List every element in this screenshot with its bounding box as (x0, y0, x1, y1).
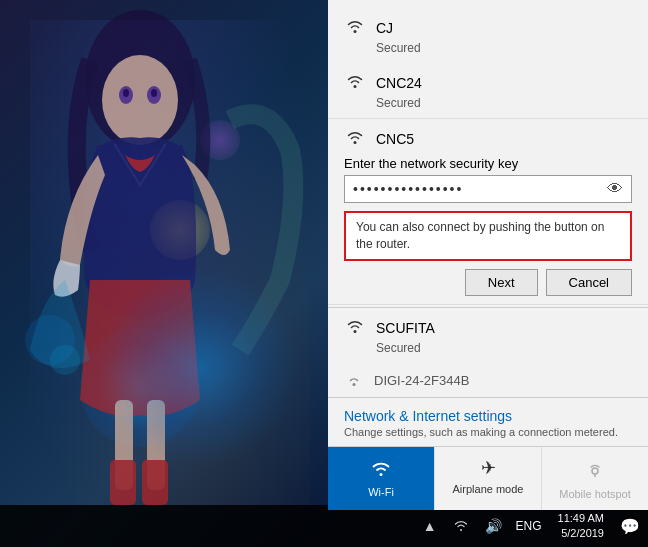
wifi-network-cnc5-expanded: CNC5 Enter the network security key 👁 Yo… (328, 118, 648, 305)
wifi-cnc24-status: Secured (344, 96, 632, 110)
wifi-signal-icon-cnc5 (344, 127, 366, 150)
wifi-quick-label: Wi-Fi (368, 486, 394, 498)
svg-point-11 (50, 345, 80, 375)
security-key-input-wrap: 👁 (344, 175, 632, 203)
wifi-quick-icon (370, 457, 392, 482)
taskbar: ▲ 🔊 ENG 11:49 AM 5/2/2019 💬 (0, 505, 648, 547)
router-hint-text: You can also connect by pushing the butt… (356, 219, 620, 253)
wifi-network-digi[interactable]: DIGI-24-2F344B (328, 363, 648, 397)
language-indicator[interactable]: ENG (512, 517, 546, 535)
hotspot-quick-label: Mobile hotspot (559, 488, 631, 500)
system-tray-arrow[interactable]: ▲ (417, 514, 443, 538)
show-password-icon[interactable]: 👁 (607, 180, 623, 198)
wifi-cj-status: Secured (344, 41, 632, 55)
wifi-bottom-section: SCUFITA Secured DIGI-24-2F344B Network &… (328, 307, 648, 510)
notification-icon[interactable]: 💬 (616, 513, 644, 540)
wifi-cnc24-name: CNC24 (376, 75, 422, 91)
wifi-network-scufita[interactable]: SCUFITA Secured (328, 308, 648, 363)
security-key-input[interactable] (353, 181, 607, 197)
anime-character (10, 0, 320, 510)
taskbar-time-value: 11:49 AM (558, 511, 604, 526)
network-settings-link[interactable]: Network & Internet settings Change setti… (328, 397, 648, 446)
quick-action-airplane[interactable]: ✈ Airplane mode (435, 447, 542, 510)
wifi-network-cnc24[interactable]: CNC24 Secured (328, 63, 648, 118)
svg-rect-9 (142, 460, 168, 505)
wifi-digi-row: DIGI-24-2F344B (344, 369, 632, 391)
volume-tray-icon[interactable]: 🔊 (479, 514, 508, 538)
taskbar-clock[interactable]: 11:49 AM 5/2/2019 (550, 509, 612, 544)
network-settings-description: Change settings, such as making a connec… (344, 426, 632, 438)
svg-point-5 (151, 89, 157, 97)
wifi-cj-name: CJ (376, 20, 393, 36)
wifi-cnc5-header: CNC5 (344, 127, 632, 150)
svg-point-1 (102, 55, 178, 145)
wifi-network-list: CJ Secured CNC24 Secured CNC5 Enter the … (328, 0, 648, 307)
taskbar-right: ▲ 🔊 ENG 11:49 AM 5/2/2019 💬 (417, 509, 648, 544)
wifi-signal-icon-digi (344, 369, 364, 391)
network-tray-icon[interactable] (447, 514, 475, 539)
quick-action-wifi[interactable]: Wi-Fi (328, 447, 435, 510)
network-settings-title: Network & Internet settings (344, 408, 632, 424)
taskbar-date-value: 5/2/2019 (558, 526, 604, 541)
cancel-button[interactable]: Cancel (546, 269, 632, 296)
next-button[interactable]: Next (465, 269, 538, 296)
wifi-cj-header: CJ (344, 16, 632, 39)
svg-rect-8 (110, 460, 136, 505)
wifi-signal-icon-cj (344, 16, 366, 39)
wifi-signal-icon-scufita (344, 316, 366, 339)
airplane-quick-icon: ✈ (481, 457, 496, 479)
svg-point-4 (123, 89, 129, 97)
wifi-button-row: Next Cancel (344, 269, 632, 296)
quick-action-hotspot[interactable]: Mobile hotspot (542, 447, 648, 510)
wifi-scufita-status: Secured (344, 341, 632, 355)
wifi-network-cj[interactable]: CJ Secured (328, 8, 648, 63)
security-key-label: Enter the network security key (344, 156, 632, 171)
router-hint-box: You can also connect by pushing the butt… (344, 211, 632, 261)
wifi-scufita-name: SCUFITA (376, 320, 435, 336)
wifi-signal-icon-cnc24 (344, 71, 366, 94)
wifi-cnc24-header: CNC24 (344, 71, 632, 94)
wifi-digi-name: DIGI-24-2F344B (374, 373, 469, 388)
wifi-scufita-header: SCUFITA (344, 316, 632, 339)
svg-point-12 (592, 468, 598, 474)
quick-actions-bar: Wi-Fi ✈ Airplane mode Mobile hotspot (328, 446, 648, 510)
hotspot-quick-icon (584, 457, 606, 484)
wifi-cnc5-name: CNC5 (376, 131, 414, 147)
wifi-panel: CJ Secured CNC24 Secured CNC5 Enter the … (328, 0, 648, 510)
airplane-quick-label: Airplane mode (453, 483, 524, 495)
